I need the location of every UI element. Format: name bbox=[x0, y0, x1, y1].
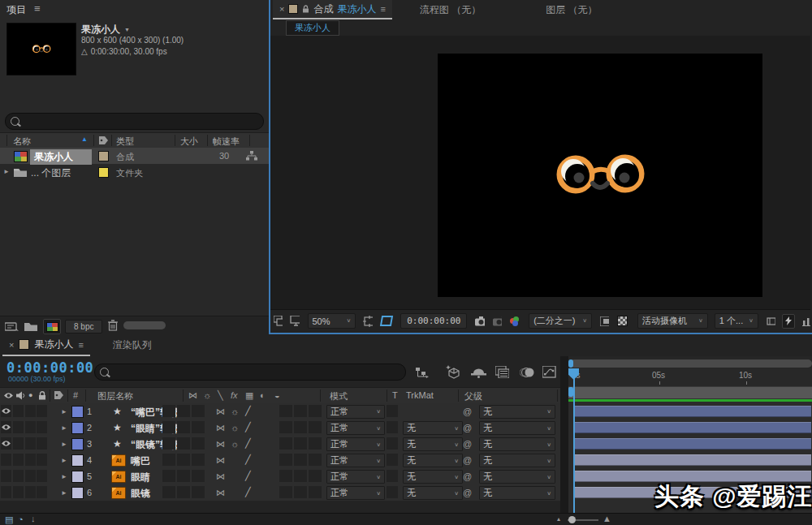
audio-cell[interactable] bbox=[13, 421, 24, 433]
zoom-in-mountain-icon[interactable]: ▲ bbox=[603, 514, 611, 523]
layer-bar-1[interactable] bbox=[575, 406, 811, 417]
preview-comp-name[interactable]: 果冻小人 ▼ bbox=[81, 23, 130, 37]
switch-fx-icon[interactable]: fx bbox=[231, 390, 238, 400]
lock-cell[interactable] bbox=[37, 454, 47, 466]
col-t[interactable]: T bbox=[392, 390, 398, 400]
timeline-search-input[interactable] bbox=[112, 367, 386, 378]
expand-arrow-icon[interactable]: ► bbox=[61, 473, 67, 480]
label-color-swatch[interactable] bbox=[98, 167, 109, 178]
label-column-icon[interactable] bbox=[54, 390, 64, 400]
tab-render-queue[interactable]: 渲染队列 bbox=[113, 338, 152, 352]
layer-label-swatch[interactable] bbox=[71, 422, 84, 434]
trash-icon[interactable] bbox=[108, 320, 118, 331]
lock-cell[interactable] bbox=[37, 421, 47, 433]
toggle-inout-pane-icon[interactable]: ↓ bbox=[31, 514, 36, 523]
collapse-switch[interactable]: ☼ bbox=[231, 439, 239, 449]
mode-dropdown[interactable]: 正常∨ bbox=[326, 437, 385, 451]
trkmat-dropdown[interactable]: 无∨ bbox=[403, 470, 463, 484]
col-size[interactable]: 大小 bbox=[180, 136, 198, 148]
collapse-switch[interactable]: ☼ bbox=[231, 407, 239, 416]
viewer-timecode[interactable]: 0:00:00:00 bbox=[400, 313, 467, 329]
quality-slash[interactable]: ╱ bbox=[245, 471, 251, 481]
parent-dropdown[interactable]: 无∨ bbox=[479, 454, 555, 467]
time-ruler[interactable]: 0s 05s 10s bbox=[568, 368, 812, 387]
magnification-dropdown[interactable]: 50%∨ bbox=[308, 313, 356, 329]
new-composition-button[interactable] bbox=[43, 319, 61, 334]
mode-dropdown[interactable]: 正常∨ bbox=[326, 470, 385, 484]
shy-layers-icon[interactable] bbox=[471, 367, 486, 378]
motion-blur-icon[interactable] bbox=[520, 367, 535, 378]
video-cell[interactable] bbox=[1, 454, 11, 466]
col-mode[interactable]: 模式 bbox=[330, 390, 348, 402]
parent-dropdown[interactable]: 无∨ bbox=[479, 421, 555, 435]
layer-name[interactable]: 眼睛 bbox=[131, 471, 150, 484]
layer-name[interactable]: 嘴巴 bbox=[131, 454, 150, 468]
lock-column-icon[interactable] bbox=[38, 391, 46, 400]
expand-arrow-icon[interactable]: ► bbox=[61, 489, 67, 497]
label-column-icon[interactable] bbox=[98, 136, 109, 145]
resolution-dropdown[interactable]: (二分之一)∨ bbox=[529, 313, 592, 329]
navigator-start-handle[interactable] bbox=[568, 359, 573, 368]
channels-icon[interactable] bbox=[510, 316, 519, 326]
pickwhip-icon[interactable]: @ bbox=[463, 455, 472, 465]
grid-guides-icon[interactable] bbox=[363, 316, 373, 327]
mode-dropdown[interactable]: 正常∨ bbox=[326, 454, 385, 467]
current-time-display[interactable]: 0:00:00:00 bbox=[6, 359, 93, 376]
sort-asc-icon[interactable]: ▲ bbox=[81, 136, 88, 143]
row-name-selected[interactable]: 果冻小人 bbox=[30, 149, 92, 165]
parent-dropdown[interactable]: 无∨ bbox=[479, 437, 555, 451]
primary-viewer-icon[interactable] bbox=[290, 316, 299, 326]
quality-slash[interactable]: ╱ bbox=[245, 487, 251, 497]
toggle-transfer-pane-icon[interactable]: ◔ bbox=[18, 515, 24, 524]
snapshot-camera-icon[interactable] bbox=[475, 316, 484, 326]
tab-layer[interactable]: 图层 （无） bbox=[546, 3, 597, 17]
new-folder-icon[interactable] bbox=[24, 321, 37, 331]
col-type[interactable]: 类型 bbox=[116, 136, 134, 148]
switch-3d-icon[interactable]: ◒ bbox=[274, 390, 280, 400]
layer-label-swatch[interactable] bbox=[71, 487, 84, 499]
show-snapshot-icon[interactable] bbox=[493, 316, 502, 326]
bpc-button[interactable]: 8 bpc bbox=[65, 320, 102, 334]
layer-name[interactable]: 眼镜 bbox=[131, 487, 150, 501]
view-layout-dropdown[interactable]: 1 个...∨ bbox=[715, 313, 758, 329]
close-icon[interactable]: × bbox=[9, 340, 14, 350]
pixel-aspect-icon[interactable] bbox=[767, 316, 775, 326]
comp-viewer[interactable] bbox=[270, 36, 810, 309]
lock-cell[interactable] bbox=[37, 405, 47, 417]
mode-dropdown[interactable]: 正常∨ bbox=[326, 421, 385, 435]
audio-cell[interactable] bbox=[13, 486, 24, 498]
comp-breadcrumb-button[interactable]: 果冻小人 bbox=[286, 20, 339, 36]
lock-cell[interactable] bbox=[37, 470, 47, 482]
quality-slash[interactable]: ╱ bbox=[245, 406, 251, 416]
trkmat-dropdown[interactable]: 无∨ bbox=[403, 437, 463, 451]
trkmat-dropdown[interactable]: 无∨ bbox=[403, 421, 463, 435]
layer-row-3[interactable]: ► 3 ★ “眼镜”轮廓 ⋈ ☼ ╱ 正常∨ 无∨ @ 无∨ bbox=[0, 436, 560, 453]
layer-row-4[interactable]: ► 4 Ai 嘴巴 ⋈ ╱ 正常∨ 无∨ @ 无∨ bbox=[0, 452, 560, 469]
col-name[interactable]: 名称 bbox=[13, 136, 31, 148]
col-trkmat[interactable]: TrkMat bbox=[406, 390, 434, 400]
lock-cell[interactable] bbox=[37, 437, 47, 450]
trkmat-dropdown[interactable]: 无∨ bbox=[403, 486, 463, 500]
parent-dropdown[interactable]: 无∨ bbox=[479, 405, 555, 419]
eye-icon[interactable] bbox=[1, 407, 11, 415]
panel-menu-icon[interactable]: ≡ bbox=[78, 340, 83, 350]
timeline-button-icon[interactable] bbox=[802, 316, 811, 326]
quality-switch[interactable]: ⋈ bbox=[216, 439, 225, 450]
pickwhip-icon[interactable]: @ bbox=[463, 439, 472, 449]
expand-arrow-icon[interactable]: ► bbox=[61, 424, 67, 432]
lock-cell[interactable] bbox=[37, 486, 47, 498]
solo-cell[interactable] bbox=[25, 437, 36, 450]
quality-slash[interactable]: ╱ bbox=[245, 422, 251, 432]
timeline-divider[interactable] bbox=[560, 356, 568, 513]
pickwhip-icon[interactable]: @ bbox=[463, 488, 472, 497]
tab-timeline-comp[interactable]: × 果冻小人 ≡ bbox=[2, 334, 90, 356]
quality-switch[interactable]: ⋈ bbox=[216, 455, 225, 466]
trkmat-dropdown[interactable]: 无∨ bbox=[403, 454, 463, 467]
quality-switch[interactable]: ⋈ bbox=[216, 423, 225, 433]
solo-cell[interactable] bbox=[25, 486, 36, 498]
solo-cell[interactable] bbox=[25, 405, 36, 417]
work-area-bar[interactable] bbox=[568, 386, 812, 399]
col-layer-name[interactable]: 图层名称 bbox=[97, 390, 133, 402]
panel-menu-icon[interactable]: ≡ bbox=[380, 4, 385, 14]
quality-switch[interactable]: ⋈ bbox=[216, 407, 225, 417]
